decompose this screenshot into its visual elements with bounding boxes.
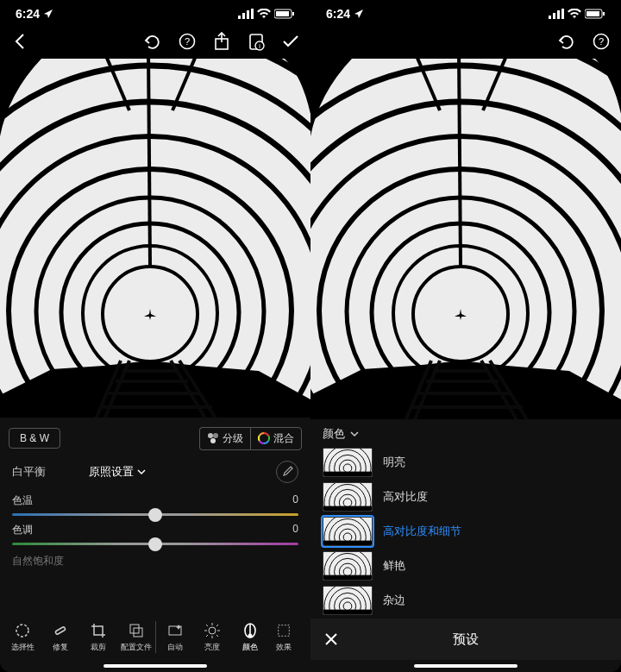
- svg-rect-27: [251, 9, 254, 19]
- preset-thumb: [323, 517, 373, 546]
- vibrance-label: 自然饱和度: [0, 550, 310, 568]
- preset-bottom-bar: 预设: [310, 619, 621, 660]
- battery-icon: [274, 9, 295, 19]
- preset-thumb: [323, 448, 373, 477]
- whitebalance-dropdown[interactable]: 原照设置: [89, 464, 146, 480]
- color-wheel-icon: [258, 432, 270, 444]
- svg-point-55: [248, 634, 253, 638]
- undo-button[interactable]: [141, 30, 164, 53]
- battery-icon: [585, 9, 605, 19]
- top-toolbar: ? i: [0, 24, 310, 59]
- tint-slider-thumb[interactable]: [148, 537, 162, 551]
- grade-segment[interactable]: 分级: [199, 427, 250, 450]
- confirm-button[interactable]: [279, 30, 302, 53]
- photo-preview[interactable]: [0, 59, 310, 418]
- signal-icon: [549, 9, 564, 19]
- svg-rect-62: [586, 11, 599, 16]
- preset-thumb: [323, 551, 373, 581]
- svg-rect-44: [134, 628, 142, 637]
- tint-value: 0: [292, 523, 298, 537]
- wifi-icon: [257, 9, 271, 19]
- tool-crop[interactable]: 裁剪: [79, 621, 117, 653]
- temp-slider-thumb[interactable]: [148, 508, 162, 522]
- location-icon: [43, 9, 53, 19]
- svg-rect-29: [276, 11, 289, 16]
- preset-item[interactable]: 杂边: [310, 583, 621, 618]
- preset-panel: 颜色 明亮 高对比度 高对比度和细节 鲜艳 杂边: [310, 419, 621, 672]
- svg-rect-25: [242, 13, 245, 19]
- svg-text:?: ?: [599, 36, 604, 47]
- home-indicator[interactable]: [310, 660, 621, 672]
- svg-point-37: [208, 433, 213, 438]
- eyedropper-button[interactable]: [276, 461, 298, 483]
- edit-panel: B & W 分级 混合 白平衡 原照设置: [0, 418, 310, 672]
- tool-selective[interactable]: 选择性: [3, 621, 41, 653]
- svg-rect-60: [561, 9, 564, 19]
- svg-rect-24: [238, 16, 241, 19]
- tint-label: 色调: [12, 523, 33, 537]
- tool-effect[interactable]: 效果: [269, 621, 298, 653]
- svg-rect-59: [557, 10, 560, 19]
- temp-value: 0: [292, 493, 298, 508]
- svg-rect-56: [279, 625, 290, 637]
- svg-line-52: [216, 635, 218, 637]
- bw-pill[interactable]: B & W: [9, 428, 60, 449]
- back-button[interactable]: [9, 30, 31, 53]
- svg-rect-57: [549, 16, 551, 19]
- chevron-down-icon: [350, 430, 359, 437]
- svg-rect-30: [292, 12, 294, 16]
- photo-preview[interactable]: [310, 59, 621, 419]
- mix-segment[interactable]: 混合: [250, 427, 302, 450]
- temp-label: 色温: [12, 493, 33, 508]
- svg-rect-26: [247, 10, 249, 19]
- tool-heal[interactable]: 修复: [41, 621, 79, 653]
- help-button[interactable]: ?: [590, 30, 612, 53]
- tool-light[interactable]: 亮度: [193, 621, 231, 653]
- left-pane: 6:24 ? i: [0, 0, 310, 672]
- wifi-icon: [568, 9, 581, 19]
- location-icon: [354, 9, 364, 19]
- preset-category-dropdown[interactable]: 颜色: [310, 419, 621, 445]
- svg-point-46: [209, 627, 216, 634]
- right-pane: 6:24 ? 颜色 明亮: [310, 0, 621, 672]
- top-toolbar: ?: [310, 24, 621, 59]
- svg-rect-42: [55, 626, 66, 634]
- preset-item[interactable]: 高对比度: [310, 480, 621, 514]
- status-bar: 6:24: [310, 0, 621, 24]
- svg-point-41: [16, 625, 28, 637]
- svg-line-51: [206, 625, 208, 626]
- svg-rect-43: [130, 625, 139, 633]
- tint-slider[interactable]: [12, 543, 298, 545]
- preset-item[interactable]: 明亮: [310, 445, 621, 480]
- info-button[interactable]: i: [245, 30, 267, 53]
- home-indicator[interactable]: [0, 660, 310, 672]
- svg-point-38: [213, 433, 218, 438]
- tool-color[interactable]: 颜色: [231, 621, 269, 653]
- status-time: 6:24: [16, 7, 40, 21]
- preset-item[interactable]: 鲜艳: [310, 549, 621, 583]
- close-button[interactable]: [324, 632, 342, 646]
- grade-icon: [207, 432, 219, 444]
- tool-strip: 选择性 修复 裁剪 配置文件 自动 亮度: [0, 616, 310, 660]
- preset-bar-title: 预设: [342, 631, 590, 648]
- preset-list: 明亮 高对比度 高对比度和细节 鲜艳 杂边: [310, 445, 621, 618]
- whitebalance-label: 白平衡: [12, 464, 46, 480]
- share-button[interactable]: [210, 30, 233, 53]
- preset-thumb: [323, 482, 373, 512]
- tool-profiles[interactable]: 配置文件: [117, 621, 155, 653]
- svg-text:?: ?: [185, 36, 190, 47]
- svg-rect-63: [603, 12, 605, 16]
- status-bar: 6:24: [0, 0, 310, 24]
- status-time: 6:24: [326, 7, 350, 21]
- svg-line-54: [206, 635, 208, 637]
- temp-slider[interactable]: [12, 513, 298, 516]
- preset-thumb: [323, 586, 373, 615]
- preset-item[interactable]: 高对比度和细节: [310, 514, 621, 549]
- svg-line-53: [216, 625, 218, 626]
- svg-point-39: [210, 438, 216, 443]
- tool-auto[interactable]: 自动: [155, 621, 193, 653]
- svg-rect-58: [553, 13, 555, 19]
- chevron-down-icon: [137, 468, 146, 475]
- help-button[interactable]: ?: [176, 30, 198, 53]
- undo-button[interactable]: [555, 30, 578, 53]
